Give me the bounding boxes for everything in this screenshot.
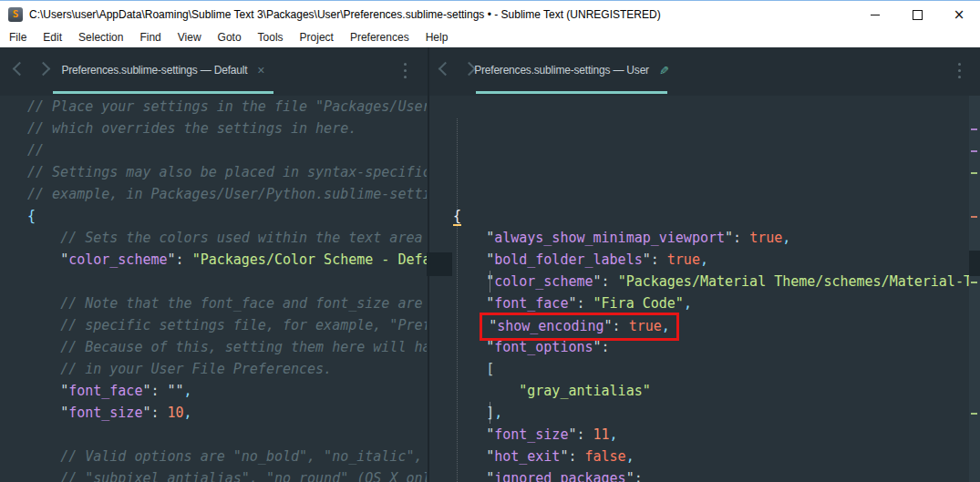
code-line: "color_scheme": "Packages/Material Theme…: [453, 271, 969, 292]
menu-item-selection[interactable]: Selection: [70, 27, 131, 47]
sublime-app-icon: S: [8, 7, 23, 22]
indent-guide: [457, 118, 459, 482]
code-line: [27, 271, 427, 292]
active-tab-underline: [476, 91, 667, 94]
code-line: // Valid options are "no_bold", "no_ital…: [27, 446, 427, 467]
code-line: // in your User File Preferences.: [27, 358, 427, 380]
code-line: // Because of this, setting them here wi…: [27, 336, 427, 358]
code-line: "font_size": 10,: [27, 402, 427, 424]
indent-guide: [490, 402, 491, 424]
maximize-icon: [913, 10, 923, 20]
code-line: "font_face": "Fira Code",: [453, 292, 969, 314]
code-line: "gray_antialias": [453, 380, 969, 402]
code-line: "ignored_packages":: [453, 467, 969, 482]
code-line: [27, 424, 427, 446]
code-line: // specific settings file, for example, …: [27, 314, 427, 336]
active-tab-underline: [53, 91, 273, 94]
code-line: // "subpixel_antialias", "no_round" (OS …: [27, 467, 427, 482]
code-line: {: [453, 205, 969, 227]
minimap[interactable]: [969, 96, 980, 482]
code-pane-default[interactable]: // Place your settings in the file "Pack…: [0, 96, 427, 482]
code-line: "font_size": 11,: [453, 424, 969, 446]
tab-close-icon[interactable]: ×: [257, 64, 264, 77]
tabbar-left-pane: Preferences.sublime-settings — Default ×: [0, 47, 428, 96]
code-line: // Note that the font_face and font_size…: [27, 292, 427, 314]
code-line: // Place your settings in the file "Pack…: [27, 96, 427, 118]
code-line: ],: [453, 402, 969, 424]
tab-overflow-icon[interactable]: [404, 63, 407, 78]
code-line: "color_scheme": "Packages/Color Scheme -…: [27, 249, 427, 271]
code-line: //: [27, 139, 427, 161]
close-button[interactable]: ×: [938, 1, 980, 28]
indent-guide: [490, 271, 491, 292]
tab-preferences-default[interactable]: Preferences.sublime-settings — Default ×: [53, 47, 273, 93]
code-line: "always_show_minimap_viewport": true,: [453, 227, 969, 249]
menu-item-goto[interactable]: Goto: [210, 27, 250, 47]
menu-item-tools[interactable]: Tools: [250, 27, 292, 47]
code-line: "bold_folder_labels": true,: [453, 249, 969, 271]
maximize-button[interactable]: [896, 1, 938, 28]
tab-overflow-icon[interactable]: [958, 63, 962, 78]
menu-item-help[interactable]: Help: [418, 27, 457, 47]
code-line: {: [27, 205, 427, 227]
menu-item-view[interactable]: View: [170, 27, 210, 47]
title-bar: S C:\Users\user\AppData\Roaming\Sublime …: [0, 0, 980, 27]
window-title: C:\Users\user\AppData\Roaming\Sublime Te…: [29, 8, 661, 21]
code-line: "font_face": "",: [27, 380, 427, 402]
tab-preferences-user[interactable]: Preferences.sublime-settings — User ✎: [476, 47, 667, 93]
menu-item-file[interactable]: File: [1, 27, 35, 47]
code-line: // which overrides the settings in here.: [27, 118, 427, 139]
history-forward-icon[interactable]: [36, 62, 51, 77]
close-icon: ×: [954, 8, 965, 22]
code-line: // example, in Packages/User/Python.subl…: [27, 183, 427, 205]
code-line: // Settings may also be placed in syntax…: [27, 161, 427, 183]
code-pane-user[interactable]: { "always_show_minimap_viewport": true, …: [428, 96, 969, 482]
menu-bar: FileEditSelectionFindViewGotoToolsProjec…: [0, 27, 980, 47]
code-line: "hot_exit": false,: [453, 446, 969, 467]
history-back-icon[interactable]: [438, 62, 453, 77]
editor-workspace: Preferences.sublime-settings — Default ×…: [0, 47, 980, 482]
minimize-icon: [871, 15, 880, 15]
menu-item-edit[interactable]: Edit: [35, 27, 70, 47]
history-back-icon[interactable]: [13, 62, 27, 77]
scrollbar-thumb[interactable]: [969, 251, 980, 276]
tabbar-right-pane: Preferences.sublime-settings — User ✎: [428, 47, 980, 96]
menu-item-project[interactable]: Project: [292, 27, 342, 47]
tab-label: Preferences.sublime-settings — User: [474, 64, 649, 77]
tab-label: Preferences.sublime-settings — Default: [61, 64, 247, 77]
minimize-button[interactable]: [854, 1, 896, 28]
menu-item-preferences[interactable]: Preferences: [342, 27, 418, 47]
code-line: [: [453, 358, 969, 380]
code-line: // Sets the colors used within the text …: [27, 227, 427, 249]
code-line: "font_options":: [453, 336, 969, 358]
window-controls: ×: [854, 1, 980, 28]
menu-item-find[interactable]: Find: [131, 27, 169, 47]
edit-pencil-icon: ✎: [659, 64, 669, 77]
code-line: "show_encoding": true,: [453, 314, 969, 336]
